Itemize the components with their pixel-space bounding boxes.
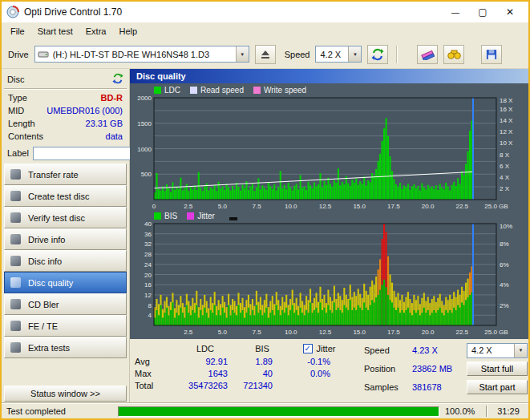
inspect-button[interactable] [443,45,464,64]
chevron-down-icon [348,46,361,62]
erase-disc-button[interactable] [417,45,438,64]
fe-te-icon [10,321,21,331]
bis-jitter-chart: 4812162024283236402%4%6%8%10%2.55.07.510… [132,221,525,337]
avg-jitter-value: -0.1% [285,357,353,366]
minimize-button[interactable] [442,2,469,22]
disc-type-label: Type [8,93,27,103]
svg-text:2.5: 2.5 [184,329,193,336]
disc-mid-label: MID [8,106,24,115]
menu-help[interactable]: Help [112,24,144,38]
max-row-label: Max [135,369,172,378]
legend-dash [229,217,237,220]
disc-refresh-button[interactable] [112,73,123,86]
svg-text:22.5: 22.5 [456,203,469,210]
bis-legend-swatch [154,212,161,220]
svg-text:10%: 10% [500,223,512,230]
position-stat-label: Position [364,364,406,374]
jitter-checkbox[interactable] [303,344,313,353]
extra-tests-icon [10,342,21,353]
create-test-disc-icon [10,191,21,201]
eject-icon [261,50,270,59]
refresh-icon [112,73,123,84]
svg-text:28: 28 [144,251,152,258]
disc-contents-value: data [106,131,123,141]
svg-text:36: 36 [144,231,152,238]
sidebar-item-verify-test-disc[interactable]: Verify test disc [4,207,127,228]
svg-text:2000: 2000 [137,95,152,102]
svg-text:20.0: 20.0 [422,203,435,210]
svg-text:24: 24 [144,261,152,269]
svg-text:40: 40 [144,221,152,228]
menu-extra[interactable]: Extra [79,24,113,38]
sidebar-item-extra-tests[interactable]: Extra tests [4,337,127,358]
eject-button[interactable] [255,45,276,64]
drive-label: Drive [8,50,29,59]
sidebar-item-drive-info[interactable]: Drive info [4,228,127,250]
sidebar-item-transfer-rate[interactable]: Transfer rate [4,164,127,185]
status-window-button[interactable]: Status window >> [4,386,127,402]
sidebar-item-disc-quality[interactable]: Disc quality [4,272,127,293]
sidebar-item-cd-bler[interactable]: CD Bler [4,293,127,315]
write-speed-legend-swatch [253,87,261,94]
close-button[interactable] [496,2,524,22]
total-row-label: Total [135,381,172,390]
avg-bis-value: 1.89 [239,357,285,366]
sidebar-item-disc-info[interactable]: Disc info [4,250,127,272]
svg-text:14 X: 14 X [500,117,513,124]
svg-text:4: 4 [148,312,152,319]
start-part-button[interactable]: Start part [467,380,528,394]
svg-text:6 X: 6 X [500,163,510,170]
svg-text:16 X: 16 X [500,106,513,113]
svg-text:17.5: 17.5 [387,203,400,210]
read-speed-legend-swatch [190,87,197,94]
menu-start-test[interactable]: Start test [31,24,79,38]
disc-quality-icon [10,277,21,288]
svg-text:10.0: 10.0 [285,203,297,210]
total-bis-value: 721340 [239,381,285,390]
svg-text:2 X: 2 X [500,185,510,192]
refresh-button[interactable] [367,45,388,64]
max-jitter-value: 0.0% [285,369,353,378]
sidebar-item-create-test-disc[interactable]: Create test disc [4,185,127,207]
avg-row-label: Avg [135,357,172,366]
window-title: Opti Drive Control 1.70 [24,6,122,18]
sidebar-item-fe-te[interactable]: FE / TE [4,315,127,337]
top-chart-legend: LDC Read speed Write speed [154,85,526,95]
drive-info-icon [10,234,21,244]
speed-select[interactable]: 4.2 X [467,343,528,358]
svg-text:15.0: 15.0 [353,329,366,336]
svg-text:12.5: 12.5 [319,203,332,210]
cd-bler-icon [10,299,21,309]
svg-text:15.0: 15.0 [353,203,366,210]
chevron-down-icon [236,46,249,62]
stats-right: Speed 4.23 X 4.2 X Position 23862 MB Sta… [353,342,528,403]
drive-select[interactable]: (H:) HL-DT-ST BD-RE WH16NS48 1.D3 [34,46,249,63]
elapsed-time: 31:29 [493,406,524,416]
svg-text:17.5: 17.5 [387,329,400,336]
disc-length-value: 23.31 GB [86,119,123,128]
chevron-down-icon [514,344,527,357]
svg-text:500: 500 [141,171,152,178]
menu-file[interactable]: File [4,24,31,38]
speed-toolbar-select[interactable]: 4.2 X [315,46,362,63]
start-full-button[interactable]: Start full [467,361,528,376]
ldc-chart: 5001000150020002 X4 X6 X8 X10 X12 X14 X1… [132,95,525,211]
eraser-icon [421,48,435,60]
divider [4,88,127,90]
samples-stat-label: Samples [364,382,406,392]
speed-stat-label: Speed [364,345,406,355]
status-bar: Test completed 100.0% 31:29 [2,403,528,418]
svg-text:7.5: 7.5 [253,329,262,336]
disc-info-icon [10,256,21,266]
svg-text:7.5: 7.5 [253,203,262,210]
svg-text:2.5: 2.5 [184,203,193,210]
bottom-chart-legend: BIS Jitter [154,211,526,221]
svg-text:22.5: 22.5 [456,329,469,336]
total-ldc-value: 35473263 [172,381,239,390]
maximize-button[interactable] [469,2,496,22]
svg-text:4 X: 4 X [500,174,510,181]
svg-text:16: 16 [144,281,152,289]
ldc-legend-swatch [154,87,161,94]
panel-title: Disc quality [130,69,528,83]
save-button[interactable] [481,45,502,64]
